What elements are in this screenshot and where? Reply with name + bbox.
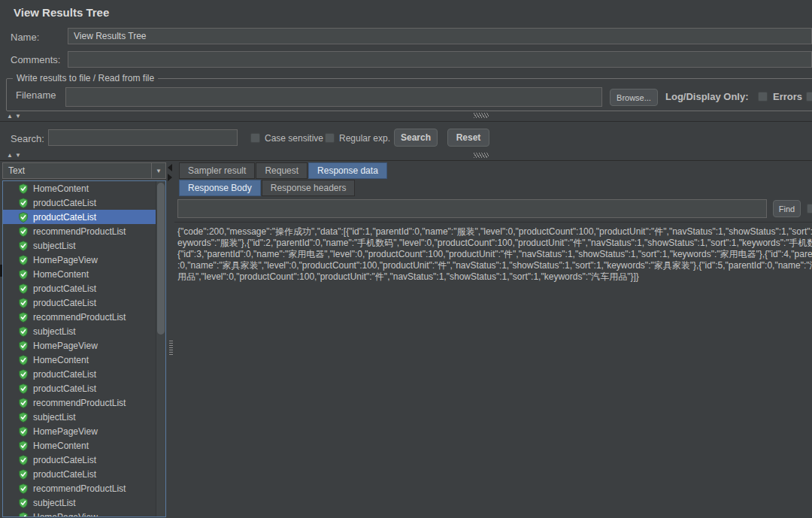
tab-request[interactable]: Request <box>256 162 308 179</box>
view-mode-select[interactable]: Text ▼ <box>2 162 166 179</box>
tree-item-label: HomePageView <box>33 341 98 351</box>
collapse-toggle-top[interactable]: ▲▼ <box>7 113 21 120</box>
response-json-line: 用品","level":0,"productCount":100,"produc… <box>177 271 812 283</box>
comments-label: Comments: <box>11 54 60 65</box>
response-json-line: {"id":3,"parentId":0,"name":"家用电器","leve… <box>177 249 812 260</box>
tree-item[interactable]: recommendProductList <box>3 395 165 410</box>
tree-item[interactable]: HomeContent <box>3 267 165 281</box>
search-button[interactable]: Search <box>394 129 438 147</box>
tree-item-label: subjectList <box>33 498 76 508</box>
collapse-up-icon[interactable]: ▲ <box>7 113 13 120</box>
tree-item[interactable]: productCateList <box>3 381 165 395</box>
tree-item[interactable]: subjectList <box>3 410 165 424</box>
search-label: Search: <box>11 133 44 144</box>
collapse-up-icon[interactable]: ▲ <box>7 152 13 159</box>
tree-scrollbar-thumb[interactable] <box>157 183 165 335</box>
errors-checkbox[interactable] <box>758 92 768 101</box>
regular-exp-label: Regular exp. <box>339 133 390 144</box>
tree-item[interactable]: subjectList <box>3 238 165 253</box>
tree-item[interactable]: productCateList <box>3 367 165 381</box>
tree-item-label: productCateList <box>33 469 96 480</box>
splitter-grip-top[interactable] <box>474 113 489 118</box>
window-edge-grip[interactable] <box>0 265 2 277</box>
tree-item[interactable]: recommendProductList <box>3 310 165 324</box>
tree-item[interactable]: productCateList <box>3 453 165 467</box>
splitter-grip-results[interactable] <box>474 153 489 158</box>
success-shield-icon <box>18 426 29 437</box>
tree-item[interactable]: HomePageView <box>3 510 165 517</box>
tree-item[interactable]: subjectList <box>3 324 165 338</box>
tree-item-label: HomeContent <box>33 269 89 280</box>
success-shield-icon <box>18 283 29 294</box>
tab-response-body[interactable]: Response Body <box>179 180 261 196</box>
success-shield-icon <box>18 341 29 351</box>
success-shield-icon <box>18 383 29 394</box>
tree-item[interactable]: productCateList <box>3 467 165 481</box>
collapse-toggle-results[interactable]: ▲▼ <box>7 152 21 159</box>
tree-item[interactable]: HomePageView <box>3 253 165 267</box>
success-shield-icon <box>18 212 29 223</box>
regular-exp-checkbox[interactable] <box>325 133 335 143</box>
tree-item-label: HomeContent <box>33 183 89 194</box>
success-shield-icon <box>18 198 29 208</box>
success-shield-icon <box>18 226 29 237</box>
view-mode-value: Text <box>8 165 25 176</box>
tree-item[interactable]: productCateList <box>3 295 165 310</box>
find-input[interactable] <box>177 199 767 218</box>
success-shield-icon <box>18 498 29 508</box>
name-input[interactable] <box>68 28 812 44</box>
page-title: View Results Tree <box>14 6 109 19</box>
success-shield-icon <box>18 298 29 308</box>
browse-button[interactable]: Browse... <box>610 89 658 106</box>
tree-item[interactable]: HomeContent <box>3 181 165 195</box>
tree-item[interactable]: productCateList <box>3 210 165 224</box>
tree-item[interactable]: productCateList <box>3 281 165 295</box>
successes-checkbox[interactable] <box>806 92 812 101</box>
success-shield-icon <box>18 441 29 451</box>
tree-item[interactable]: recommendProductList <box>3 224 165 238</box>
collapse-down-icon[interactable]: ▼ <box>15 152 21 159</box>
tab-response-data[interactable]: Response data <box>308 162 387 179</box>
tree-item-label: recommendProductList <box>33 312 126 323</box>
tree-item-label: HomeContent <box>33 441 89 451</box>
success-shield-icon <box>18 412 29 423</box>
success-shield-icon <box>18 512 29 518</box>
response-json-line: {"code":200,"message":"操作成功","data":[{"i… <box>177 226 812 238</box>
response-json-line: eywords":"服装"},{"id":2,"parentId":0,"nam… <box>177 238 812 249</box>
response-body-text[interactable]: {"code":200,"message":"操作成功","data":[{"i… <box>174 222 812 518</box>
find-button[interactable]: Find <box>773 200 801 217</box>
tree-item[interactable]: HomeContent <box>3 438 165 453</box>
tree-item[interactable]: productCateList <box>3 195 165 210</box>
tab-sampler-result[interactable]: Sampler result <box>179 162 255 179</box>
tree-item-label: productCateList <box>33 198 96 208</box>
success-shield-icon <box>18 455 29 465</box>
tree-item-label: HomeContent <box>33 355 89 365</box>
tree-item-label: subjectList <box>33 412 76 423</box>
success-shield-icon <box>18 369 29 380</box>
comments-input[interactable] <box>68 51 812 68</box>
success-shield-icon <box>18 183 29 194</box>
success-shield-icon <box>18 312 29 323</box>
case-sensitive-checkbox[interactable] <box>250 133 260 143</box>
chevron-down-icon[interactable]: ▼ <box>151 163 165 178</box>
tree-item[interactable]: recommendProductList <box>3 481 165 495</box>
detail-tabs: Sampler resultRequestResponse data <box>179 162 387 179</box>
tree-scrollbar[interactable] <box>156 181 165 516</box>
tab-response-headers[interactable]: Response headers <box>262 180 356 196</box>
splitter-collapse-right-icon[interactable] <box>168 174 172 181</box>
splitter-grip-vertical[interactable] <box>169 340 173 355</box>
tree-item[interactable]: HomeContent <box>3 353 165 367</box>
collapse-down-icon[interactable]: ▼ <box>15 113 21 120</box>
tree-item[interactable]: HomePageView <box>3 424 165 438</box>
tree-item[interactable]: HomePageView <box>3 338 165 353</box>
case-sensitive-label: Case sensitive <box>265 133 323 144</box>
splitter-collapse-left-icon[interactable] <box>168 164 172 171</box>
reset-button[interactable]: Reset <box>447 129 489 147</box>
search-input[interactable] <box>48 129 238 146</box>
filename-input[interactable] <box>65 87 602 107</box>
find-option-checkbox[interactable] <box>807 204 812 214</box>
write-results-group-title: Write results to file / Read from file <box>13 73 158 83</box>
tree-item[interactable]: subjectList <box>3 495 165 510</box>
tree-item-label: productCateList <box>33 383 96 394</box>
response-subtabs: Response BodyResponse headers <box>179 180 355 196</box>
